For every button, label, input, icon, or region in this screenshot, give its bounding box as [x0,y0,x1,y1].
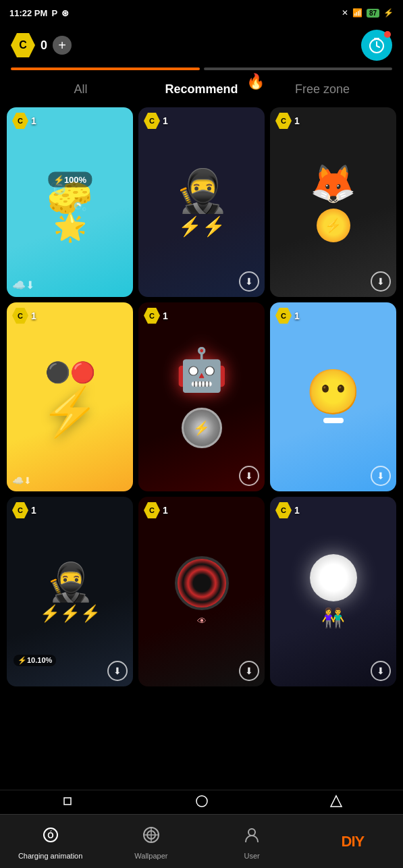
tab-freezone[interactable]: Free zone [262,82,383,97]
coin-hex-small-3: C [275,113,292,129]
pokeball-icon: ⚫🔴 [45,360,95,384]
naruto-emoji: 🦊 [310,162,356,206]
cartoon-emoji: 😶 [306,370,360,414]
arc-reactor-lightning: ⚡ [193,420,210,436]
status-right: ✕ 📶 87 ⚡ [342,8,394,18]
tab-bar-item-2 [204,67,393,70]
coin-cost-6: 1 [294,310,300,321]
card-ironman[interactable]: 🤖 ⚡ C 1 ⬇ [138,302,265,492]
pikachu-visual: ⚫🔴 ⚡ [7,302,133,492]
cloud-icon-1: ☁️⬇ [12,279,34,292]
add-coins-button[interactable]: + [53,36,72,55]
status-bar: 11:22 PM P ⊛ ✕ 📶 87 ⚡ [0,0,403,24]
coin-badge-5: C 1 [144,308,168,324]
status-time: 11:22 PM [9,8,47,18]
kakashi-emoji: 🥷 [47,560,93,604]
download-btn-9[interactable]: ⬇ [371,661,391,681]
moon-visual [310,554,357,601]
coin-hex-small-7: C [12,502,28,518]
coin-badge-4: C 1 [12,308,36,324]
pikachu-emoji: ⚡ [41,384,99,439]
nav-wallpaper[interactable]: Wallpaper [101,825,201,860]
svg-point-12 [196,796,207,807]
coin-hex-small-6: C [275,308,292,324]
card-naruto[interactable]: 🦊 ⚡ C 1 ⬇ [270,107,396,297]
charge-label-7: ⚡10.10% [14,655,56,666]
card-kakashi[interactable]: 🥷 ⚡⚡⚡ C 1 ⚡10.10% ⬇ [7,497,133,686]
tab-recommend[interactable]: Recommend 🔥 [141,82,262,97]
download-btn-6[interactable]: ⬇ [371,466,391,486]
svg-rect-11 [64,798,71,805]
charge-label-1: ⚡100% [48,171,92,187]
naruto2-visual: 👫 [270,497,396,686]
ironman-emoji: 🤖 [176,346,227,394]
carrier-icon: P [51,8,57,18]
timer-icon [367,36,386,55]
coin-hex-small-2: C [144,113,160,129]
back-button[interactable] [58,792,77,811]
charging-bolt-icon: ⚡ [383,8,394,18]
nav-charging-animation[interactable]: Ó Charging animation [0,825,101,860]
status-left: 11:22 PM P ⊛ [9,8,69,18]
user-icon [242,825,261,849]
cards-grid: 🧽 🌟 C 1 ⚡100% ☁️⬇ 🥷 ⚡⚡ C 1 ⬇ 🦊 ⚡ C 1 ⬇ [0,105,403,693]
system-nav-bar [0,790,403,814]
svg-point-10 [248,829,255,836]
download-btn-8[interactable]: ⬇ [239,661,259,681]
close-icon: ✕ [342,8,348,18]
lightning-kakashi: ⚡⚡⚡ [40,604,101,623]
timer-button[interactable] [361,30,392,61]
timer-notification-dot [384,31,391,38]
svg-line-2 [377,46,379,47]
download-btn-5[interactable]: ⬇ [239,466,259,486]
nav-label-wallpaper: Wallpaper [134,852,167,860]
card-sasuke[interactable]: 🥷 ⚡⚡ C 1 ⬇ [138,107,265,297]
cartoon-visual: 😶 [270,302,396,492]
download-btn-7[interactable]: ⬇ [107,661,128,681]
card-spongebob[interactable]: 🧽 🌟 C 1 ⚡100% ☁️⬇ [7,107,133,297]
coin-hex-small-8: C [144,502,160,518]
coin-cost-4: 1 [31,310,36,321]
nav-user[interactable]: User [202,825,302,860]
card-naruto2[interactable]: 👫 C 1 ⬇ [270,497,396,686]
patrick-emoji: 🌟 [53,211,87,243]
card-cartoon[interactable]: 😶 C 1 ⬇ [270,302,396,492]
coin-cost-3: 1 [294,115,300,126]
coin-hex-small-4: C [12,308,28,324]
coin-badge-1: C 1 [12,113,36,129]
wifi-icon: 📶 [352,8,362,18]
category-tabs: All Recommend 🔥 Free zone [0,70,403,105]
arc-reactor-visual: ⚡ [182,408,222,448]
coin-cost-2: 1 [163,115,168,126]
coin-hex-small-5: C [144,308,160,324]
signal-icon: ⊛ [61,8,69,18]
coin-cost-5: 1 [163,310,168,321]
sharingan-visual: 👁 [138,497,265,686]
coin-cost-1: 1 [31,115,36,126]
home-button[interactable] [192,792,211,811]
bottom-navigation: Ó Charging animation Wallpaper User DIY [0,814,403,868]
diy-icon: DIY [342,833,365,850]
recent-apps-button[interactable] [327,792,346,811]
coin-hex-icon: C [11,33,35,57]
nav-label-charging: Charging animation [18,852,82,860]
download-btn-3[interactable]: ⬇ [371,271,391,292]
nav-diy[interactable]: DIY [302,833,403,853]
coin-badge-6: C 1 [275,308,300,324]
svg-marker-13 [331,796,342,807]
rasengan-visual: ⚡ [317,209,350,242]
coin-badge-2: C 1 [144,113,168,129]
cartoon-stand [323,418,344,423]
tab-all[interactable]: All [20,82,141,97]
wallpaper-icon [142,825,161,849]
card-sharingan[interactable]: 👁 C 1 ⬇ [138,497,265,686]
sasuke-emoji: 🥷 [176,167,227,215]
tab-bar-item-1 [11,67,200,70]
card-pikachu[interactable]: ⚫🔴 ⚡ C 1 ☁️⬇ [7,302,133,492]
charging-animation-icon: Ó [41,825,60,849]
coin-count: 0 [41,38,47,53]
sharingan-eye-visual [175,556,229,610]
download-btn-2[interactable]: ⬇ [239,271,259,292]
battery-indicator: 87 [367,9,379,18]
header: C 0 + [0,24,403,61]
